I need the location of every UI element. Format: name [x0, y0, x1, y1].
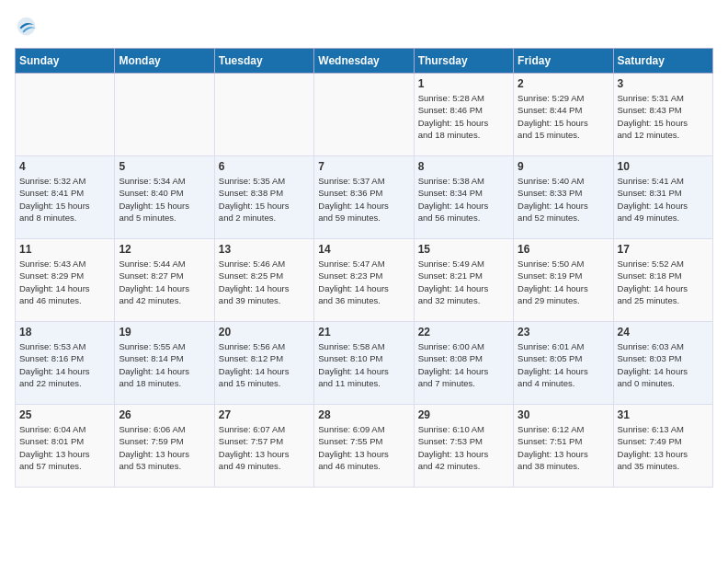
day-info: Sunrise: 5:28 AM Sunset: 8:46 PM Dayligh…	[418, 93, 489, 140]
calendar-cell: 5Sunrise: 5:34 AM Sunset: 8:40 PM Daylig…	[115, 156, 214, 239]
day-info: Sunrise: 5:44 AM Sunset: 8:27 PM Dayligh…	[119, 259, 189, 305]
header-friday: Friday	[514, 49, 613, 74]
day-info: Sunrise: 6:10 AM Sunset: 7:53 PM Dayligh…	[418, 424, 489, 471]
calendar-cell: 11Sunrise: 5:43 AM Sunset: 8:29 PM Dayli…	[16, 239, 115, 322]
day-info: Sunrise: 5:50 AM Sunset: 8:19 PM Dayligh…	[518, 259, 588, 305]
calendar-cell: 10Sunrise: 5:41 AM Sunset: 8:31 PM Dayli…	[613, 156, 712, 239]
calendar-cell: 20Sunrise: 5:56 AM Sunset: 8:12 PM Dayli…	[214, 322, 313, 405]
day-number: 22	[418, 326, 509, 339]
day-number: 12	[119, 243, 210, 256]
header-row: SundayMondayTuesdayWednesdayThursdayFrid…	[16, 49, 713, 74]
day-info: Sunrise: 6:01 AM Sunset: 8:05 PM Dayligh…	[518, 341, 588, 388]
day-number: 3	[618, 77, 709, 90]
calendar-cell: 2Sunrise: 5:29 AM Sunset: 8:44 PM Daylig…	[514, 74, 613, 156]
day-info: Sunrise: 5:49 AM Sunset: 8:21 PM Dayligh…	[418, 259, 489, 305]
logo-icon	[15, 15, 40, 40]
calendar-cell: 28Sunrise: 6:09 AM Sunset: 7:55 PM Dayli…	[314, 405, 414, 488]
calendar-cell	[115, 74, 214, 156]
day-info: Sunrise: 5:38 AM Sunset: 8:34 PM Dayligh…	[418, 176, 489, 223]
day-number: 4	[19, 160, 110, 173]
day-info: Sunrise: 5:29 AM Sunset: 8:44 PM Dayligh…	[518, 93, 588, 140]
calendar-cell: 17Sunrise: 5:52 AM Sunset: 8:18 PM Dayli…	[613, 239, 712, 322]
calendar-cell: 23Sunrise: 6:01 AM Sunset: 8:05 PM Dayli…	[514, 322, 613, 405]
day-info: Sunrise: 5:53 AM Sunset: 8:16 PM Dayligh…	[19, 341, 90, 388]
calendar-cell: 18Sunrise: 5:53 AM Sunset: 8:16 PM Dayli…	[16, 322, 115, 405]
calendar-cell: 6Sunrise: 5:35 AM Sunset: 8:38 PM Daylig…	[214, 156, 313, 239]
header-tuesday: Tuesday	[214, 49, 313, 74]
day-info: Sunrise: 5:47 AM Sunset: 8:23 PM Dayligh…	[318, 259, 389, 305]
day-info: Sunrise: 5:46 AM Sunset: 8:25 PM Dayligh…	[219, 259, 290, 305]
calendar-cell: 12Sunrise: 5:44 AM Sunset: 8:27 PM Dayli…	[115, 239, 214, 322]
day-number: 24	[618, 326, 709, 339]
calendar-cell: 14Sunrise: 5:47 AM Sunset: 8:23 PM Dayli…	[314, 239, 414, 322]
calendar-cell: 4Sunrise: 5:32 AM Sunset: 8:41 PM Daylig…	[16, 156, 115, 239]
day-number: 28	[318, 408, 409, 421]
week-row-5: 25Sunrise: 6:04 AM Sunset: 8:01 PM Dayli…	[16, 405, 713, 488]
day-info: Sunrise: 6:07 AM Sunset: 7:57 PM Dayligh…	[219, 424, 290, 471]
calendar-cell: 29Sunrise: 6:10 AM Sunset: 7:53 PM Dayli…	[414, 405, 513, 488]
week-row-1: 1Sunrise: 5:28 AM Sunset: 8:46 PM Daylig…	[16, 74, 713, 156]
day-number: 8	[418, 160, 509, 173]
calendar-cell: 15Sunrise: 5:49 AM Sunset: 8:21 PM Dayli…	[414, 239, 513, 322]
day-info: Sunrise: 5:41 AM Sunset: 8:31 PM Dayligh…	[618, 176, 688, 223]
day-info: Sunrise: 5:35 AM Sunset: 8:38 PM Dayligh…	[219, 176, 290, 223]
day-number: 11	[19, 243, 110, 256]
svg-point-0	[17, 17, 36, 36]
day-number: 10	[618, 160, 709, 173]
day-number: 2	[518, 77, 609, 90]
calendar-cell	[16, 74, 115, 156]
logo	[15, 15, 44, 40]
calendar-cell: 1Sunrise: 5:28 AM Sunset: 8:46 PM Daylig…	[414, 74, 513, 156]
calendar-cell: 19Sunrise: 5:55 AM Sunset: 8:14 PM Dayli…	[115, 322, 214, 405]
day-info: Sunrise: 6:06 AM Sunset: 7:59 PM Dayligh…	[119, 424, 189, 471]
day-info: Sunrise: 5:32 AM Sunset: 8:41 PM Dayligh…	[19, 176, 90, 223]
day-info: Sunrise: 5:37 AM Sunset: 8:36 PM Dayligh…	[318, 176, 389, 223]
day-info: Sunrise: 5:52 AM Sunset: 8:18 PM Dayligh…	[618, 259, 688, 305]
header-thursday: Thursday	[414, 49, 513, 74]
calendar-cell: 31Sunrise: 6:13 AM Sunset: 7:49 PM Dayli…	[613, 405, 712, 488]
calendar-cell: 13Sunrise: 5:46 AM Sunset: 8:25 PM Dayli…	[214, 239, 313, 322]
calendar-cell	[214, 74, 313, 156]
day-info: Sunrise: 5:56 AM Sunset: 8:12 PM Dayligh…	[219, 341, 290, 388]
day-number: 30	[518, 408, 609, 421]
day-number: 15	[418, 243, 509, 256]
day-info: Sunrise: 5:58 AM Sunset: 8:10 PM Dayligh…	[318, 341, 389, 388]
header-sunday: Sunday	[16, 49, 115, 74]
week-row-3: 11Sunrise: 5:43 AM Sunset: 8:29 PM Dayli…	[16, 239, 713, 322]
calendar-cell: 27Sunrise: 6:07 AM Sunset: 7:57 PM Dayli…	[214, 405, 313, 488]
calendar-cell: 8Sunrise: 5:38 AM Sunset: 8:34 PM Daylig…	[414, 156, 513, 239]
day-number: 20	[219, 326, 310, 339]
calendar-table: SundayMondayTuesdayWednesdayThursdayFrid…	[15, 48, 713, 488]
day-number: 21	[318, 326, 409, 339]
day-number: 31	[618, 408, 709, 421]
day-info: Sunrise: 5:43 AM Sunset: 8:29 PM Dayligh…	[19, 259, 90, 305]
calendar-cell: 16Sunrise: 5:50 AM Sunset: 8:19 PM Dayli…	[514, 239, 613, 322]
day-number: 14	[318, 243, 409, 256]
calendar-cell: 22Sunrise: 6:00 AM Sunset: 8:08 PM Dayli…	[414, 322, 513, 405]
calendar-cell: 9Sunrise: 5:40 AM Sunset: 8:33 PM Daylig…	[514, 156, 613, 239]
calendar-cell: 3Sunrise: 5:31 AM Sunset: 8:43 PM Daylig…	[613, 74, 712, 156]
calendar-cell: 21Sunrise: 5:58 AM Sunset: 8:10 PM Dayli…	[314, 322, 414, 405]
day-number: 27	[219, 408, 310, 421]
day-info: Sunrise: 5:55 AM Sunset: 8:14 PM Dayligh…	[119, 341, 189, 388]
day-info: Sunrise: 6:04 AM Sunset: 8:01 PM Dayligh…	[19, 424, 90, 471]
calendar-cell: 26Sunrise: 6:06 AM Sunset: 7:59 PM Dayli…	[115, 405, 214, 488]
day-info: Sunrise: 6:03 AM Sunset: 8:03 PM Dayligh…	[618, 341, 688, 388]
day-number: 29	[418, 408, 509, 421]
day-number: 19	[119, 326, 210, 339]
day-info: Sunrise: 6:09 AM Sunset: 7:55 PM Dayligh…	[318, 424, 389, 471]
header-monday: Monday	[115, 49, 214, 74]
day-number: 13	[219, 243, 310, 256]
week-row-4: 18Sunrise: 5:53 AM Sunset: 8:16 PM Dayli…	[16, 322, 713, 405]
day-number: 26	[119, 408, 210, 421]
calendar-cell: 24Sunrise: 6:03 AM Sunset: 8:03 PM Dayli…	[613, 322, 712, 405]
header-saturday: Saturday	[613, 49, 712, 74]
day-number: 7	[318, 160, 409, 173]
day-number: 1	[418, 77, 509, 90]
day-info: Sunrise: 6:12 AM Sunset: 7:51 PM Dayligh…	[518, 424, 588, 471]
day-number: 9	[518, 160, 609, 173]
day-number: 5	[119, 160, 210, 173]
day-number: 18	[19, 326, 110, 339]
day-info: Sunrise: 5:40 AM Sunset: 8:33 PM Dayligh…	[518, 176, 588, 223]
day-info: Sunrise: 6:13 AM Sunset: 7:49 PM Dayligh…	[618, 424, 688, 471]
